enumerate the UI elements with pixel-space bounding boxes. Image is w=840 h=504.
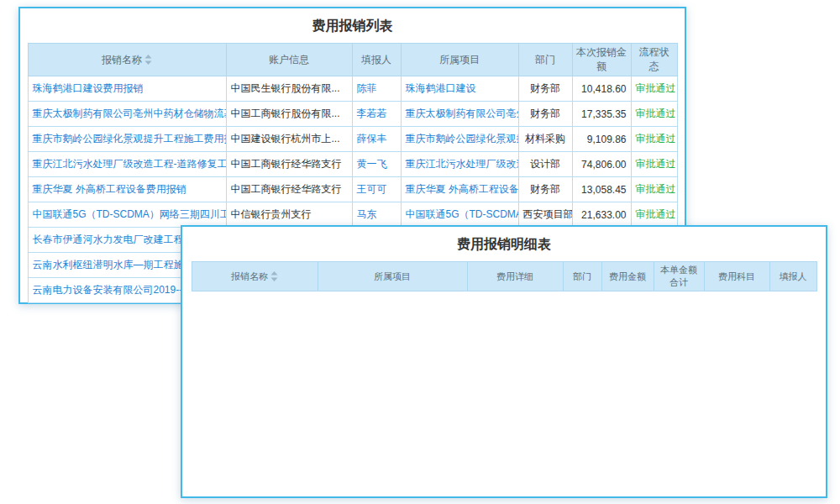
account-info-cell: 中国工商银行股份有限...: [226, 102, 352, 127]
detail-column-header: 部门: [563, 262, 601, 291]
list-column-header: 所属项目: [401, 44, 518, 76]
expense-name-cell[interactable]: 重庆太极制药有限公司亳州中药材仓储物流基地项...: [28, 102, 226, 127]
detail-column-label: 部门: [573, 271, 591, 281]
list-column-label: 本次报销金额: [576, 46, 627, 72]
amount-cell: 21,633.00: [572, 202, 631, 228]
project-cell[interactable]: 重庆江北污水处理厂级改造工...: [401, 152, 518, 177]
reporter-cell[interactable]: 王可可: [352, 177, 401, 202]
list-column-label: 报销名称: [102, 54, 142, 66]
amount-cell: 10,418.60: [572, 76, 631, 102]
expense-name-cell[interactable]: 重庆华夏 外高桥工程设备费用报销: [28, 177, 226, 202]
list-column-header[interactable]: 报销名称: [28, 44, 226, 76]
department-cell: 西安项目部: [518, 202, 572, 228]
detail-column-label: 费用科目: [718, 271, 755, 281]
department-cell: 设计部: [518, 152, 572, 177]
status-cell[interactable]: 审批通过: [631, 102, 677, 127]
list-column-label: 填报人: [361, 54, 391, 66]
reporter-cell[interactable]: 马东: [352, 202, 401, 228]
account-info-cell: 中国工商银行经华路支行: [226, 152, 352, 177]
list-column-label: 部门: [535, 54, 555, 66]
amount-cell: 17,335.35: [572, 102, 631, 127]
account-info-cell: 中国民生银行股份有限...: [226, 76, 352, 102]
expense-list-row: 重庆华夏 外高桥工程设备费用报销中国工商银行经华路支行王可可重庆华夏 外高桥工程…: [28, 177, 677, 202]
reporter-cell[interactable]: 薛保丰: [352, 127, 401, 152]
expense-list-header-row: 报销名称账户信息填报人所属项目部门本次报销金额流程状态: [28, 44, 677, 76]
detail-column-label: 费用金额: [609, 271, 646, 281]
project-cell[interactable]: 重庆太极制药有限公司亳州中...: [401, 102, 518, 127]
amount-cell: 9,109.86: [572, 127, 631, 152]
detail-column-header[interactable]: 报销名称: [192, 262, 318, 291]
detail-column-label: 费用详细: [496, 271, 533, 281]
expense-name-cell[interactable]: 重庆市鹅岭公园绿化景观提升工程施工费用报销: [28, 127, 226, 152]
detail-column-header: 费用详细: [467, 262, 563, 291]
expense-name-cell[interactable]: 珠海鹤港口建设费用报销: [28, 76, 226, 102]
amount-cell: 74,806.00: [572, 152, 631, 177]
reporter-cell[interactable]: 李若若: [352, 102, 401, 127]
detail-column-header: 填报人: [769, 262, 816, 291]
department-cell: 财务部: [518, 76, 572, 102]
expense-list-row: 珠海鹤港口建设费用报销中国民生银行股份有限...陈菲珠海鹤港口建设财务部10,4…: [28, 76, 677, 102]
reporter-cell[interactable]: 陈菲: [352, 76, 401, 102]
expense-list-row: 重庆江北污水处理厂级改造工程-道路修复工程费用...中国工商银行经华路支行黄一飞…: [28, 152, 677, 177]
expense-list-row: 重庆市鹅岭公园绿化景观提升工程施工费用报销中国建设银行杭州市上...薛保丰重庆市…: [28, 127, 677, 152]
detail-column-header: 费用科目: [704, 262, 769, 291]
status-cell[interactable]: 审批通过: [631, 152, 677, 177]
list-column-label: 账户信息: [269, 54, 309, 66]
account-info-cell: 中国建设银行杭州市上...: [226, 127, 352, 152]
expense-name-cell[interactable]: 重庆江北污水处理厂级改造工程-道路修复工程费用...: [28, 152, 226, 177]
account-info-cell: 中信银行贵州支行: [226, 202, 352, 228]
list-column-header: 本次报销金额: [572, 44, 631, 76]
list-column-header: 部门: [518, 44, 572, 76]
detail-column-header: 本单金额合计: [654, 262, 704, 291]
expense-detail-title: 费用报销明细表: [182, 227, 826, 261]
list-column-header: 填报人: [352, 44, 401, 76]
amount-cell: 13,058.45: [572, 177, 631, 202]
sort-icon[interactable]: [270, 271, 278, 281]
department-cell: 材料采购: [518, 127, 572, 152]
expense-list-title: 费用报销列表: [20, 8, 685, 43]
project-cell[interactable]: 中国联通5G（TD-SCDMA）网...: [401, 202, 518, 228]
list-column-label: 所属项目: [439, 54, 480, 66]
status-cell[interactable]: 审批通过: [631, 76, 677, 102]
detail-column-header: 费用金额: [601, 262, 654, 291]
department-cell: 财务部: [518, 102, 572, 127]
status-cell[interactable]: 审批通过: [631, 202, 677, 228]
list-column-label: 流程状态: [639, 46, 669, 72]
sort-icon[interactable]: [144, 55, 152, 65]
project-cell[interactable]: 重庆华夏 外高桥工程设备: [401, 177, 518, 202]
detail-column-header: 所属项目: [318, 262, 467, 291]
status-cell[interactable]: 审批通过: [631, 177, 677, 202]
expense-list-row: 重庆太极制药有限公司亳州中药材仓储物流基地项...中国工商银行股份有限...李若…: [28, 102, 677, 127]
reporter-cell[interactable]: 黄一飞: [352, 152, 401, 177]
detail-column-label: 填报人: [780, 271, 807, 281]
expense-detail-panel: 费用报销明细表 报销名称所属项目费用详细部门费用金额本单金额合计费用科目填报人: [181, 225, 827, 498]
list-column-header: 流程状态: [631, 44, 677, 76]
detail-column-label: 所属项目: [374, 271, 411, 281]
expense-detail-header-row: 报销名称所属项目费用详细部门费用金额本单金额合计费用科目填报人: [192, 262, 816, 291]
screen: 费用报销列表 报销名称账户信息填报人所属项目部门本次报销金额流程状态 珠海鹤港口…: [0, 0, 840, 504]
list-column-header: 账户信息: [226, 44, 352, 76]
project-cell[interactable]: 珠海鹤港口建设: [401, 76, 518, 102]
project-cell[interactable]: 重庆市鹅岭公园绿化景观提升...: [401, 127, 518, 152]
expense-name-cell[interactable]: 中国联通5G（TD-SCDMA）网络三期四川工程费...: [28, 202, 226, 228]
expense-list-row: 中国联通5G（TD-SCDMA）网络三期四川工程费...中信银行贵州支行马东中国…: [28, 202, 677, 228]
detail-column-label: 报销名称: [231, 271, 268, 281]
detail-column-label: 本单金额合计: [660, 265, 697, 287]
expense-detail-table: 报销名称所属项目费用详细部门费用金额本单金额合计费用科目填报人: [192, 261, 817, 291]
status-cell[interactable]: 审批通过: [631, 127, 677, 152]
account-info-cell: 中国工商银行经华路支行: [226, 177, 352, 202]
department-cell: 财务部: [518, 177, 572, 202]
